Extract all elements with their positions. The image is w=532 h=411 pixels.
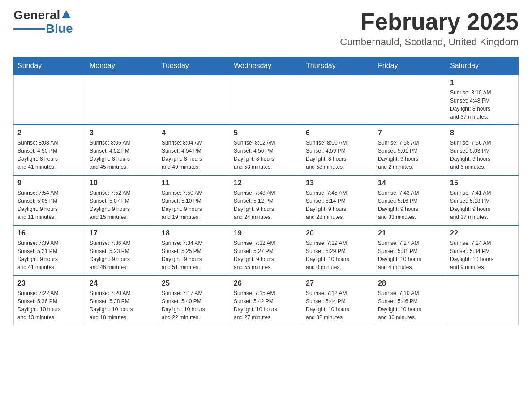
calendar-cell: 9Sunrise: 7:54 AMSunset: 5:05 PMDaylight… [14,175,86,225]
calendar-cell: 12Sunrise: 7:48 AMSunset: 5:12 PMDayligh… [230,175,302,225]
week-row-5: 23Sunrise: 7:22 AMSunset: 5:36 PMDayligh… [14,275,519,325]
calendar-cell [446,275,519,325]
calendar-cell: 24Sunrise: 7:20 AMSunset: 5:38 PMDayligh… [86,275,158,325]
calendar-cell: 1Sunrise: 8:10 AMSunset: 4:48 PMDaylight… [446,75,519,125]
day-info: Sunrise: 8:08 AMSunset: 4:50 PMDaylight:… [17,139,82,171]
day-number: 23 [17,279,82,287]
day-info: Sunrise: 7:45 AMSunset: 5:14 PMDaylight:… [306,189,370,221]
calendar-cell: 27Sunrise: 7:12 AMSunset: 5:44 PMDayligh… [302,275,374,325]
calendar-cell [374,75,446,125]
calendar-cell: 28Sunrise: 7:10 AMSunset: 5:46 PMDayligh… [374,275,446,325]
day-number: 9 [17,179,82,187]
day-info: Sunrise: 7:50 AMSunset: 5:10 PMDaylight:… [162,189,226,221]
calendar-cell: 8Sunrise: 7:56 AMSunset: 5:03 PMDaylight… [446,125,519,175]
calendar-cell [158,75,230,125]
calendar-table: SundayMondayTuesdayWednesdayThursdayFrid… [13,57,519,325]
calendar-cell [14,75,86,125]
day-number: 5 [234,129,298,137]
day-info: Sunrise: 7:58 AMSunset: 5:01 PMDaylight:… [378,139,442,171]
day-number: 7 [378,129,442,137]
calendar-cell: 4Sunrise: 8:04 AMSunset: 4:54 PMDaylight… [158,125,230,175]
day-info: Sunrise: 7:39 AMSunset: 5:21 PMDaylight:… [17,239,82,271]
calendar-cell: 25Sunrise: 7:17 AMSunset: 5:40 PMDayligh… [158,275,230,325]
calendar-cell: 3Sunrise: 8:06 AMSunset: 4:52 PMDaylight… [86,125,158,175]
day-info: Sunrise: 8:00 AMSunset: 4:59 PMDaylight:… [306,139,370,171]
day-info: Sunrise: 7:36 AMSunset: 5:23 PMDaylight:… [90,239,154,271]
day-info: Sunrise: 7:52 AMSunset: 5:07 PMDaylight:… [90,189,154,221]
weekday-header-wednesday: Wednesday [230,57,302,75]
calendar-cell: 6Sunrise: 8:00 AMSunset: 4:59 PMDaylight… [302,125,374,175]
day-number: 11 [162,179,226,187]
calendar-cell: 20Sunrise: 7:29 AMSunset: 5:29 PMDayligh… [302,225,374,275]
day-info: Sunrise: 7:15 AMSunset: 5:42 PMDaylight:… [234,289,298,321]
calendar-title: February 2025 [340,9,519,34]
day-info: Sunrise: 7:12 AMSunset: 5:44 PMDaylight:… [306,289,370,321]
calendar-cell: 19Sunrise: 7:32 AMSunset: 5:27 PMDayligh… [230,225,302,275]
day-info: Sunrise: 7:27 AMSunset: 5:31 PMDaylight:… [378,239,442,271]
day-number: 17 [90,229,154,237]
logo-text-blue: Blue [46,22,73,35]
day-number: 25 [162,279,226,287]
calendar-cell: 21Sunrise: 7:27 AMSunset: 5:31 PMDayligh… [374,225,446,275]
weekday-header-sunday: Sunday [14,57,86,75]
weekday-header-thursday: Thursday [302,57,374,75]
calendar-cell: 26Sunrise: 7:15 AMSunset: 5:42 PMDayligh… [230,275,302,325]
logo-text-main: General [13,9,60,21]
day-number: 2 [17,129,82,137]
day-number: 15 [450,179,515,187]
calendar-cell: 11Sunrise: 7:50 AMSunset: 5:10 PMDayligh… [158,175,230,225]
svg-marker-0 [62,10,71,18]
calendar-cell: 17Sunrise: 7:36 AMSunset: 5:23 PMDayligh… [86,225,158,275]
day-info: Sunrise: 7:56 AMSunset: 5:03 PMDaylight:… [450,139,515,171]
week-row-2: 2Sunrise: 8:08 AMSunset: 4:50 PMDaylight… [14,125,519,175]
calendar-cell: 22Sunrise: 7:24 AMSunset: 5:34 PMDayligh… [446,225,519,275]
day-number: 6 [306,129,370,137]
weekday-header-row: SundayMondayTuesdayWednesdayThursdayFrid… [14,57,519,75]
calendar-subtitle: Cumbernauld, Scotland, United Kingdom [340,36,519,48]
day-number: 27 [306,279,370,287]
calendar-cell [302,75,374,125]
calendar-cell: 18Sunrise: 7:34 AMSunset: 5:25 PMDayligh… [158,225,230,275]
calendar-cell: 15Sunrise: 7:41 AMSunset: 5:18 PMDayligh… [446,175,519,225]
calendar-cell: 23Sunrise: 7:22 AMSunset: 5:36 PMDayligh… [14,275,86,325]
day-number: 26 [234,279,298,287]
day-number: 8 [450,129,515,137]
week-row-4: 16Sunrise: 7:39 AMSunset: 5:21 PMDayligh… [14,225,519,275]
day-info: Sunrise: 7:48 AMSunset: 5:12 PMDaylight:… [234,189,298,221]
day-info: Sunrise: 7:29 AMSunset: 5:29 PMDaylight:… [306,239,370,271]
calendar-cell [86,75,158,125]
day-info: Sunrise: 7:41 AMSunset: 5:18 PMDaylight:… [450,189,515,221]
day-info: Sunrise: 7:34 AMSunset: 5:25 PMDaylight:… [162,239,226,271]
day-info: Sunrise: 7:10 AMSunset: 5:46 PMDaylight:… [378,289,442,321]
day-number: 16 [17,229,82,237]
day-info: Sunrise: 8:06 AMSunset: 4:52 PMDaylight:… [90,139,154,171]
day-number: 10 [90,179,154,187]
day-number: 28 [378,279,442,287]
calendar-cell: 14Sunrise: 7:43 AMSunset: 5:16 PMDayligh… [374,175,446,225]
day-info: Sunrise: 7:43 AMSunset: 5:16 PMDaylight:… [378,189,442,221]
day-info: Sunrise: 7:20 AMSunset: 5:38 PMDaylight:… [90,289,154,321]
day-number: 3 [90,129,154,137]
day-info: Sunrise: 7:24 AMSunset: 5:34 PMDaylight:… [450,239,515,271]
day-info: Sunrise: 8:02 AMSunset: 4:56 PMDaylight:… [234,139,298,171]
day-number: 20 [306,229,370,237]
day-number: 21 [378,229,442,237]
day-number: 24 [90,279,154,287]
title-block: February 2025 Cumbernauld, Scotland, Uni… [340,9,519,48]
day-number: 12 [234,179,298,187]
day-number: 4 [162,129,226,137]
day-number: 13 [306,179,370,187]
day-info: Sunrise: 7:17 AMSunset: 5:40 PMDaylight:… [162,289,226,321]
logo-triangle-icon [62,10,71,18]
week-row-1: 1Sunrise: 8:10 AMSunset: 4:48 PMDaylight… [14,75,519,125]
calendar-cell: 16Sunrise: 7:39 AMSunset: 5:21 PMDayligh… [14,225,86,275]
weekday-header-tuesday: Tuesday [158,57,230,75]
day-info: Sunrise: 7:32 AMSunset: 5:27 PMDaylight:… [234,239,298,271]
day-info: Sunrise: 8:04 AMSunset: 4:54 PMDaylight:… [162,139,226,171]
day-number: 18 [162,229,226,237]
calendar-cell [230,75,302,125]
day-number: 22 [450,229,515,237]
weekday-header-monday: Monday [86,57,158,75]
calendar-cell: 13Sunrise: 7:45 AMSunset: 5:14 PMDayligh… [302,175,374,225]
calendar-cell: 7Sunrise: 7:58 AMSunset: 5:01 PMDaylight… [374,125,446,175]
